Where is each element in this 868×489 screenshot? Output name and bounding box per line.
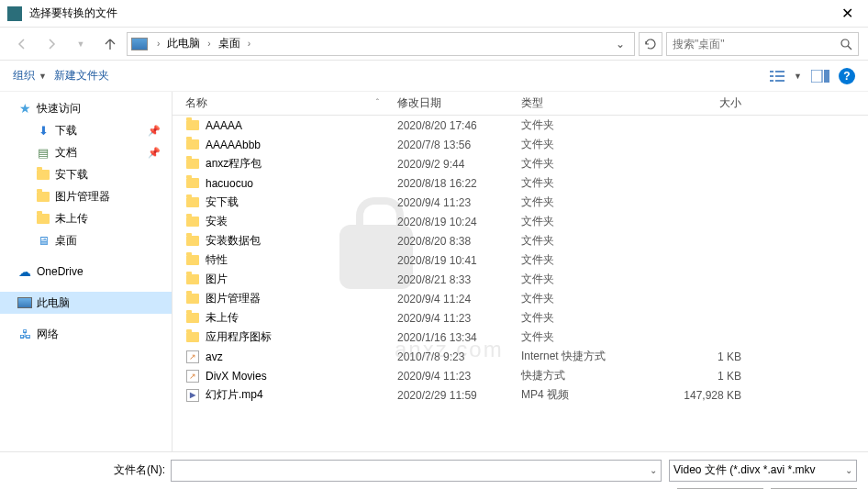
- file-date: 2020/1/16 13:34: [397, 331, 521, 344]
- sidebar: ★ 快速访问 ⬇ 下载 📌 ▤ 文档 📌 安下载 图片管理器 未上传 🖥 桌面: [0, 92, 172, 451]
- filename-label: 文件名(N):: [0, 462, 171, 478]
- search-icon[interactable]: [840, 38, 852, 50]
- breadcrumb-dropdown[interactable]: ⌄: [610, 38, 630, 50]
- folder-icon: [186, 332, 199, 342]
- chevron-right-icon: ›: [151, 39, 165, 49]
- view-details-button[interactable]: ▼: [770, 69, 802, 83]
- file-date: 2020/9/2 9:44: [397, 158, 521, 171]
- file-row[interactable]: 应用程序图标2020/1/16 13:34文件夹: [172, 328, 868, 347]
- file-row[interactable]: anxz程序包2020/9/2 9:44文件夹: [172, 154, 868, 173]
- file-row[interactable]: 安装数据包2020/8/20 8:38文件夹: [172, 231, 868, 250]
- file-row[interactable]: ↗avz2010/7/8 9:23Internet 快捷方式1 KB: [172, 347, 868, 366]
- folder-icon: [186, 197, 199, 207]
- sidebar-documents[interactable]: ▤ 文档 📌: [0, 141, 172, 163]
- sidebar-quickaccess[interactable]: ★ 快速访问: [0, 97, 172, 119]
- chevron-right-icon: ›: [242, 39, 256, 49]
- file-type: 文件夹: [521, 194, 650, 210]
- svg-rect-6: [775, 80, 785, 82]
- back-button[interactable]: [9, 31, 35, 57]
- filename-input[interactable]: [175, 464, 644, 477]
- file-row[interactable]: AAAAA2020/8/20 17:46文件夹: [172, 116, 868, 135]
- search-input[interactable]: [673, 38, 840, 50]
- column-name[interactable]: 名称ˆ: [172, 95, 397, 111]
- document-icon: ▤: [35, 146, 51, 160]
- up-button[interactable]: [97, 31, 123, 57]
- shortcut-icon: ↗: [186, 370, 199, 383]
- file-row[interactable]: 安下载2020/9/4 11:23文件夹: [172, 193, 868, 212]
- file-date: 2020/9/4 11:24: [397, 293, 521, 306]
- file-row[interactable]: AAAAAbbb2020/7/8 13:56文件夹: [172, 135, 868, 154]
- refresh-button[interactable]: [639, 32, 662, 56]
- file-name: AAAAA: [206, 119, 242, 132]
- file-type: 文件夹: [521, 272, 650, 287]
- help-button[interactable]: ?: [839, 68, 855, 84]
- filetype-filter[interactable]: Video 文件 (*.divx *.avi *.mkv ⌄: [669, 460, 857, 482]
- file-row[interactable]: hacuocuo2020/8/18 16:22文件夹: [172, 173, 868, 193]
- shortcut-icon: ↗: [186, 350, 199, 363]
- file-date: 2020/9/4 11:23: [397, 196, 521, 209]
- svg-rect-3: [770, 75, 773, 77]
- breadcrumb-thispc[interactable]: 此电脑: [165, 36, 202, 51]
- sidebar-notuploaded[interactable]: 未上传: [0, 207, 172, 229]
- newfolder-button[interactable]: 新建文件夹: [54, 68, 109, 83]
- folder-icon: [35, 192, 51, 202]
- file-type: 快捷方式: [521, 368, 650, 383]
- file-row[interactable]: 图片2020/8/21 8:33文件夹: [172, 270, 868, 289]
- folder-icon: [186, 236, 199, 246]
- video-icon: ▶: [186, 389, 199, 402]
- file-row[interactable]: 图片管理器2020/9/4 11:24文件夹: [172, 289, 868, 308]
- sidebar-anxiazai[interactable]: 安下载: [0, 163, 172, 185]
- main-area: ★ 快速访问 ⬇ 下载 📌 ▤ 文档 📌 安下载 图片管理器 未上传 🖥 桌面: [0, 92, 868, 451]
- close-button[interactable]: ✕: [826, 0, 868, 28]
- sort-indicator-icon: ˆ: [376, 98, 379, 108]
- file-name: avz: [206, 350, 223, 363]
- file-type: 文件夹: [521, 310, 650, 326]
- recent-dropdown[interactable]: ▼: [68, 31, 94, 57]
- folder-icon: [186, 120, 199, 130]
- folder-icon: [186, 217, 199, 227]
- sidebar-onedrive[interactable]: ☁ OneDrive: [0, 261, 172, 283]
- file-name: hacuocuo: [206, 177, 253, 190]
- pin-icon: 📌: [148, 147, 161, 159]
- sidebar-downloads[interactable]: ⬇ 下载 📌: [0, 119, 172, 141]
- file-type: 文件夹: [521, 291, 650, 306]
- sidebar-thispc[interactable]: 此电脑: [0, 292, 172, 314]
- pc-icon: [17, 297, 33, 308]
- folder-icon: [186, 159, 199, 169]
- file-row[interactable]: ↗DivX Movies2020/9/4 11:23快捷方式1 KB: [172, 366, 868, 385]
- file-size: 1 KB: [650, 350, 760, 363]
- breadcrumb-desktop[interactable]: 桌面: [217, 36, 242, 51]
- file-row[interactable]: 未上传2020/9/4 11:23文件夹: [172, 308, 868, 328]
- sidebar-network[interactable]: 🖧 网络: [0, 323, 172, 345]
- file-row[interactable]: ▶幻灯片.mp42020/2/29 11:59MP4 视频147,928 KB: [172, 385, 868, 405]
- preview-pane-button[interactable]: [811, 70, 829, 83]
- chevron-right-icon: ›: [202, 39, 216, 49]
- breadcrumb[interactable]: › 此电脑 › 桌面 › ⌄: [127, 32, 635, 56]
- column-type[interactable]: 类型: [521, 95, 650, 111]
- folder-icon: [186, 139, 199, 150]
- sidebar-desktop[interactable]: 🖥 桌面: [0, 229, 172, 251]
- app-icon: [7, 6, 22, 21]
- file-list: 名称ˆ 修改日期 类型 大小 AAAAA2020/8/20 17:46文件夹AA…: [172, 92, 868, 451]
- titlebar: 选择要转换的文件 ✕: [0, 0, 868, 28]
- folder-icon: [186, 274, 199, 284]
- file-name: 安装: [206, 214, 228, 229]
- file-row[interactable]: 安装2020/8/19 10:24文件夹: [172, 212, 868, 231]
- file-row[interactable]: 特性2020/8/19 10:41文件夹: [172, 250, 868, 270]
- file-type: 文件夹: [521, 329, 650, 345]
- file-type: 文件夹: [521, 214, 650, 229]
- column-date[interactable]: 修改日期: [397, 95, 521, 111]
- folder-icon: [35, 214, 51, 224]
- pin-icon: 📌: [148, 125, 161, 137]
- chevron-down-icon: ⌄: [845, 465, 852, 475]
- column-size[interactable]: 大小: [650, 95, 760, 111]
- filename-combobox[interactable]: ⌄: [171, 460, 662, 482]
- chevron-down-icon[interactable]: ⌄: [644, 465, 657, 475]
- organize-menu[interactable]: 组织▼: [13, 68, 47, 83]
- forward-button[interactable]: [39, 31, 64, 57]
- file-name: 应用程序图标: [206, 329, 272, 345]
- file-date: 2020/8/20 8:38: [397, 235, 521, 248]
- sidebar-picmanager[interactable]: 图片管理器: [0, 185, 172, 207]
- search-box[interactable]: [666, 32, 859, 56]
- file-date: 2020/8/19 10:41: [397, 254, 521, 267]
